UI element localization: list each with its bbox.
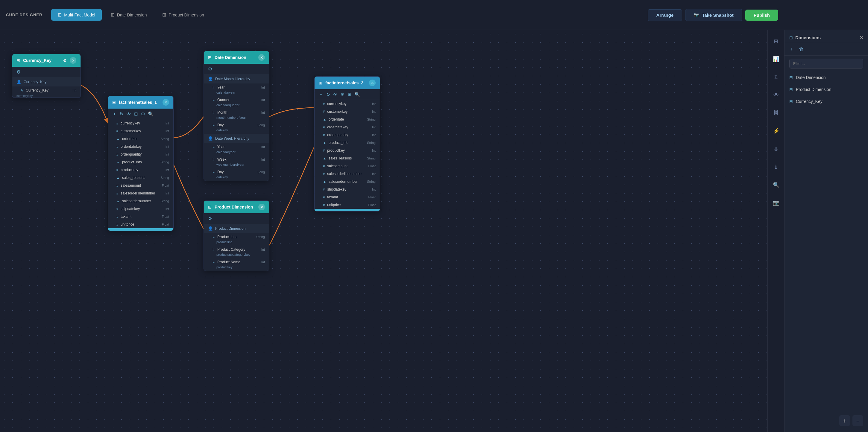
fact1-salesamount[interactable]: #salesamountFloat [108,181,173,189]
db-sidebar-icon[interactable]: 🗄 [771,108,781,119]
fact2-close[interactable]: ✕ [369,79,376,86]
tab-product-dimension[interactable]: ⊞ Product Dimension [156,9,210,21]
fact2-orderquantity[interactable]: #orderquantityInt [315,131,380,139]
date-week-year[interactable]: ↳ Year Int [204,143,269,149]
search-icon[interactable]: 🔍 [148,111,154,117]
hash-icon: # [323,102,325,106]
settings-icon[interactable]: ⚙ [141,111,145,117]
fact2-salesordernumber[interactable]: ▲salesordernumberString [315,178,380,186]
date-dim-title: Date Dimension [215,55,255,60]
search-sidebar-icon[interactable]: 🔍 [771,179,781,190]
fact1-orderquantity[interactable]: #orderquantityInt [108,151,173,158]
date-month-year[interactable]: ↳ Year Int [204,84,269,90]
fact1-taxamt[interactable]: #taxamtFloat [108,213,173,221]
triangle-icon: ▲ [117,160,120,164]
fact2-title: factinternetsales_2 [326,80,366,85]
product-dim-tab-icon: ⊞ [162,12,166,18]
fact1-unitprice[interactable]: #unitpriceFloat [108,221,173,228]
hash-icon: # [323,149,325,152]
fact1-fields: #currencykeyInt #customerkeyInt ▲orderda… [108,120,173,228]
fact2-productkey[interactable]: #productkeyInt [315,146,380,154]
fact2-unitprice[interactable]: #unitpriceFloat [315,201,380,209]
bolt-sidebar-icon[interactable]: ⚡ [771,126,781,136]
product-category[interactable]: ↳ Product Category Int [204,245,269,252]
fact2-shipdatekey[interactable]: #shipdatekeyInt [315,186,380,193]
dimensions-filter-input[interactable] [789,59,863,68]
fact1-currencykey[interactable]: #currencykeyInt [108,120,173,127]
fact2-productinfo[interactable]: ▲product_infoString [315,139,380,146]
fact1-productkey[interactable]: #productkeyInt [108,166,173,174]
connections-svg [0,30,768,432]
info-sidebar-icon[interactable]: ℹ [771,162,781,172]
product-line[interactable]: ↳ Product Line String [204,233,269,240]
eye-icon[interactable]: 👁 [127,111,131,117]
grid-sidebar-icon[interactable]: ⊞ [771,36,781,47]
sigma-sidebar-icon[interactable]: Σ [771,72,781,82]
fact2-currencykey[interactable]: #currencykeyInt [315,100,380,108]
product-category-sub: productsubcategorykey [204,252,269,258]
dim-item-currency[interactable]: ⊞ Currency_Key [784,95,868,107]
dimensions-title: Dimensions [795,35,857,40]
fact2-taxamt[interactable]: #taxamtFloat [315,193,380,201]
triangle-icon: ▲ [117,199,120,203]
dim-minus-button[interactable]: － [852,415,863,426]
add-icon[interactable]: ＋ [112,111,117,117]
dimensions-close-button[interactable]: ✕ [859,35,863,40]
date-gear-row: ⚙ [204,64,269,74]
dim-item-date[interactable]: ⊞ Date Dimension [784,71,868,84]
fact2-orderdatekey[interactable]: #orderdatekeyInt [315,123,380,131]
triangle-icon: ▲ [323,180,326,184]
fact1-salesordernumber[interactable]: ▲salesordernumberString [108,197,173,205]
settings-icon[interactable]: ⚙ [347,92,351,97]
dim-plus-button[interactable]: ＋ [839,415,850,426]
refresh-icon[interactable]: ↻ [120,111,124,117]
date-week-week[interactable]: ↳ Week Int [204,156,269,162]
add-icon[interactable]: ＋ [319,92,323,97]
fact1-shipdatekey[interactable]: #shipdatekeyInt [108,205,173,213]
grid-icon[interactable]: ⊞ [134,111,138,117]
dim-delete-icon[interactable]: 🗑 [799,47,804,52]
fact1-orderdatekey[interactable]: #orderdatekeyInt [108,143,173,151]
eye-icon[interactable]: 👁 [333,92,338,97]
date-dim-close[interactable]: ✕ [258,54,265,61]
fact2-salesreasons[interactable]: ▲sales_reasonsString [315,154,380,162]
triangle-icon: ▲ [323,118,326,121]
arrange-button[interactable]: Arrange [648,9,682,21]
fact2-orderdate[interactable]: ▲orderdateString [315,115,380,123]
dim-item-product[interactable]: ⊞ Product Dimension [784,84,868,95]
fact1-orderdate[interactable]: ▲orderdateString [108,135,173,143]
date-week-day[interactable]: ↳ Day Long [204,168,269,175]
chart-sidebar-icon[interactable]: 📊 [771,54,781,65]
fact1-salesreasons[interactable]: ▲sales_reasonsString [108,174,173,181]
snapshot-button[interactable]: 📷 Take Snapshot [685,9,742,21]
currency-key-field[interactable]: ↳ Currency_Key Int [12,87,81,94]
fact1-close[interactable]: ✕ [162,99,169,106]
grid-icon[interactable]: ⊞ [341,92,344,97]
fact2-salesorderlinenumber[interactable]: #salesorderlinenumberInt [315,170,380,178]
fact2-salesamount[interactable]: #salesamountFloat [315,162,380,170]
chevrons-sidebar-icon[interactable]: ⇊ [771,143,781,154]
date-month-month[interactable]: ↳ Month Int [204,109,269,115]
dim-add-icon[interactable]: ＋ [789,46,794,52]
date-month-quarter[interactable]: ↳ Quarter Int [204,96,269,103]
publish-button[interactable]: Publish [745,9,778,21]
tab-date-dimension[interactable]: ⊞ Date Dimension [104,9,154,21]
top-right-actions: Arrange 📷 Take Snapshot Publish [648,0,778,30]
currency-key-close[interactable]: ✕ [70,57,76,64]
hash-icon: # [117,184,118,187]
hash-icon: # [323,203,325,207]
snapshot-sidebar-icon[interactable]: 📷 [771,197,781,208]
hash-icon: # [117,129,118,133]
fact1-customerkey[interactable]: #customerkeyInt [108,127,173,135]
date-month-day[interactable]: ↳ Day Long [204,121,269,128]
tab-multi-fact[interactable]: ⊞ Multi-Fact Model [51,9,101,21]
refresh-icon[interactable]: ↻ [326,92,330,97]
eye-sidebar-icon[interactable]: 👁 [771,90,781,101]
fact2-customerkey[interactable]: #customerkeyInt [315,108,380,115]
fact1-salesorderlinenumber[interactable]: #salesorderlinenumberInt [108,189,173,197]
fact2-header: ⊞ factinternetsales_2 ✕ [315,76,380,89]
product-dim-close[interactable]: ✕ [258,204,265,210]
product-name[interactable]: ↳ Product Name Int [204,258,269,265]
search-icon[interactable]: 🔍 [354,92,360,97]
fact1-productinfo[interactable]: ▲product_infoString [108,158,173,166]
